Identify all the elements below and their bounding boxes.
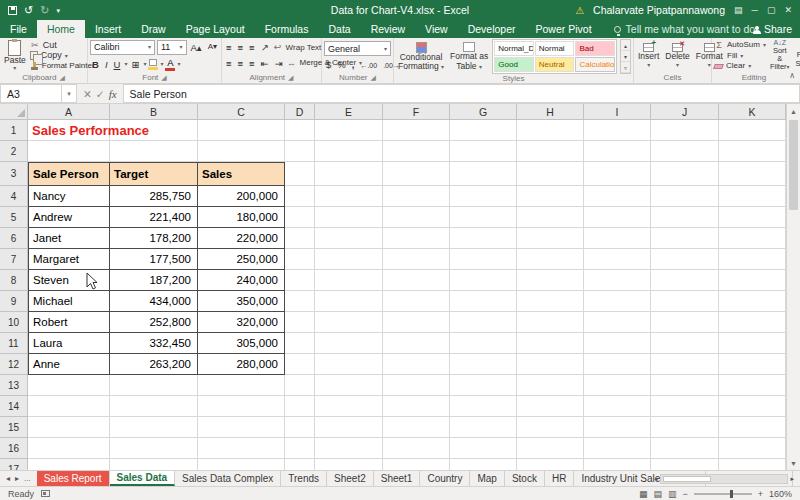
fill-color-button[interactable] <box>148 59 158 70</box>
column-header-K[interactable]: K <box>719 104 786 120</box>
cell-E15[interactable] <box>315 417 383 438</box>
row-header-6[interactable]: 6 <box>0 228 28 249</box>
column-header-J[interactable]: J <box>651 104 719 120</box>
fill-button[interactable]: ↓Fill▾ <box>714 52 766 61</box>
cell-C1[interactable] <box>198 120 285 141</box>
cell-E1[interactable] <box>315 120 383 141</box>
cell-J17[interactable] <box>651 459 719 470</box>
cell-G7[interactable] <box>450 249 517 270</box>
name-box-dropdown[interactable]: ▾ <box>62 84 77 103</box>
cell-G10[interactable] <box>450 312 517 333</box>
alignment-dialog-launcher[interactable]: ◢ <box>288 74 293 82</box>
cell-C17[interactable] <box>198 459 285 470</box>
align-right-icon[interactable]: ≡ <box>247 59 257 69</box>
cell-K16[interactable] <box>719 438 786 459</box>
cell-H8[interactable] <box>517 270 584 291</box>
cell-C10[interactable]: 320,000 <box>198 312 285 333</box>
cell-B2[interactable] <box>110 141 198 162</box>
cell-C6[interactable]: 220,000 <box>198 228 285 249</box>
conditional-formatting-button[interactable]: Conditional Formatting ▾ <box>396 39 446 74</box>
column-header-E[interactable]: E <box>315 104 383 120</box>
italic-button[interactable]: I <box>103 60 110 70</box>
horizontal-scroll-thumb[interactable] <box>663 476 711 482</box>
shrink-font-button[interactable]: A▾ <box>206 43 219 51</box>
format-as-table-button[interactable]: Format as Table ▾ <box>448 39 490 74</box>
cell-B17[interactable] <box>110 459 198 470</box>
cell-C15[interactable] <box>198 417 285 438</box>
user-name[interactable]: Chalarvate Pipatpannawong <box>593 4 725 16</box>
sheet-tab-trends[interactable]: Trends <box>281 471 327 486</box>
cell-B16[interactable] <box>110 438 198 459</box>
ribbon-tab-power-pivot[interactable]: Power Pivot <box>526 20 602 38</box>
row-header-10[interactable]: 10 <box>0 312 28 333</box>
cell-D7[interactable] <box>285 249 315 270</box>
cell-H11[interactable] <box>517 333 584 354</box>
cell-F9[interactable] <box>383 291 450 312</box>
cell-J12[interactable] <box>651 354 719 375</box>
cell-F17[interactable] <box>383 459 450 470</box>
comma-button[interactable]: , <box>350 60 357 70</box>
cell-E4[interactable] <box>315 186 383 207</box>
borders-button[interactable]: ⊞ <box>129 60 141 70</box>
gallery-up-button[interactable]: ▴ <box>621 40 630 51</box>
cell-G17[interactable] <box>450 459 517 470</box>
number-dialog-launcher[interactable]: ◢ <box>371 74 376 82</box>
cell-I1[interactable] <box>584 120 651 141</box>
cell-A3[interactable]: Sale Person <box>28 162 110 186</box>
cell-A16[interactable] <box>28 438 110 459</box>
ribbon-display-options-button[interactable]: ▤ <box>734 5 743 15</box>
cell-D5[interactable] <box>285 207 315 228</box>
cell-E10[interactable] <box>315 312 383 333</box>
cell-F8[interactable] <box>383 270 450 291</box>
cell-C5[interactable]: 180,000 <box>198 207 285 228</box>
cell-G15[interactable] <box>450 417 517 438</box>
cell-I5[interactable] <box>584 207 651 228</box>
column-header-I[interactable]: I <box>584 104 651 120</box>
qat-customize-button[interactable]: ▾ <box>56 7 60 14</box>
cell-K1[interactable] <box>719 120 786 141</box>
cell-J8[interactable] <box>651 270 719 291</box>
row-header-15[interactable]: 15 <box>0 417 28 438</box>
cell-J15[interactable] <box>651 417 719 438</box>
cell-H14[interactable] <box>517 396 584 417</box>
cell-J16[interactable] <box>651 438 719 459</box>
ribbon-tab-formulas[interactable]: Formulas <box>255 20 319 38</box>
column-header-F[interactable]: F <box>383 104 450 120</box>
cell-A14[interactable] <box>28 396 110 417</box>
cell-E3[interactable] <box>315 162 383 186</box>
close-button[interactable]: ✕ <box>784 5 792 15</box>
cell-E13[interactable] <box>315 375 383 396</box>
cell-J13[interactable] <box>651 375 719 396</box>
cell-K10[interactable] <box>719 312 786 333</box>
cell-F14[interactable] <box>383 396 450 417</box>
column-header-H[interactable]: H <box>517 104 584 120</box>
page-layout-view-icon[interactable]: ▤ <box>653 489 662 499</box>
cell-D15[interactable] <box>285 417 315 438</box>
zoom-slider-knob[interactable] <box>730 490 733 498</box>
cell-K9[interactable] <box>719 291 786 312</box>
cell-H9[interactable] <box>517 291 584 312</box>
column-header-B[interactable]: B <box>110 104 198 120</box>
cell-K2[interactable] <box>719 141 786 162</box>
cell-F7[interactable] <box>383 249 450 270</box>
cell-I14[interactable] <box>584 396 651 417</box>
cell-F12[interactable] <box>383 354 450 375</box>
cell-F13[interactable] <box>383 375 450 396</box>
cell-A10[interactable]: Robert <box>28 312 110 333</box>
cell-K12[interactable] <box>719 354 786 375</box>
cell-D13[interactable] <box>285 375 315 396</box>
cell-E12[interactable] <box>315 354 383 375</box>
cut-button[interactable]: ✂Cut <box>30 41 95 50</box>
cell-I15[interactable] <box>584 417 651 438</box>
cell-D12[interactable] <box>285 354 315 375</box>
paste-button[interactable]: Paste▾ <box>2 39 28 72</box>
cell-I7[interactable] <box>584 249 651 270</box>
cell-D9[interactable] <box>285 291 315 312</box>
sort-filter-button[interactable]: A↓Z Sort & Filter▾ <box>768 39 792 72</box>
align-top-icon[interactable]: ≡ <box>224 43 234 53</box>
cell-K15[interactable] <box>719 417 786 438</box>
cell-D11[interactable] <box>285 333 315 354</box>
name-box[interactable]: A3 <box>0 84 62 103</box>
row-header-4[interactable]: 4 <box>0 186 28 207</box>
cell-J11[interactable] <box>651 333 719 354</box>
